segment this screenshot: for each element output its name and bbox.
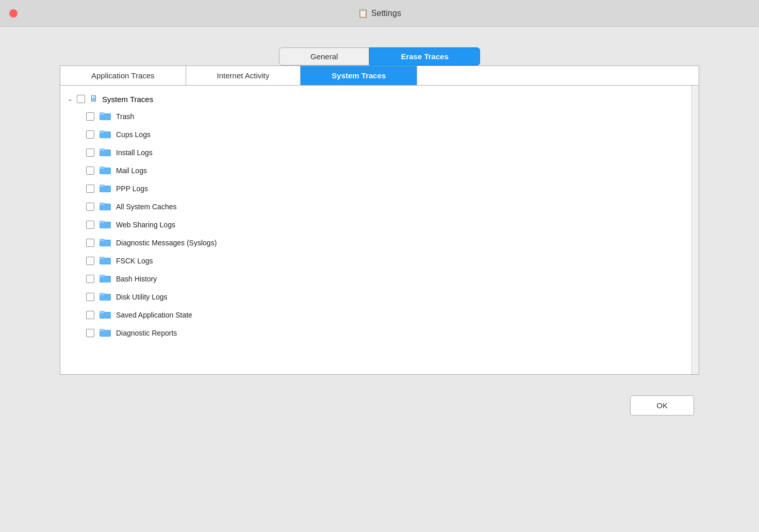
item-label: Web Sharing Logs — [116, 221, 175, 229]
folder-icon — [100, 219, 111, 230]
window-title: 📋 Settings — [358, 8, 401, 18]
svg-rect-44 — [100, 257, 104, 259]
item-checkbox-6[interactable] — [86, 221, 94, 229]
ok-button[interactable]: OK — [630, 395, 694, 415]
item-label: Cups Logs — [116, 130, 151, 139]
svg-rect-34 — [100, 221, 104, 223]
tree-item: All System Caches — [65, 197, 694, 215]
item-checkbox-8[interactable] — [86, 257, 94, 265]
folder-icon — [100, 309, 111, 320]
ok-button-container: OK — [60, 395, 699, 415]
svg-rect-64 — [100, 329, 104, 331]
folder-icon — [100, 129, 111, 140]
svg-rect-9 — [100, 130, 104, 133]
item-label: Diagnostic Messages (Syslogs) — [116, 239, 217, 247]
svg-rect-14 — [100, 148, 104, 151]
tab-erase-traces[interactable]: Erase Traces — [369, 47, 480, 65]
svg-rect-54 — [100, 293, 104, 295]
item-label: Diagnostic Reports — [116, 329, 177, 337]
item-checkbox-11[interactable] — [86, 311, 94, 319]
tree-items-container: Trash Cups Logs Install Logs Mail Logs P… — [65, 107, 694, 342]
chevron-icon: ⌄ — [68, 95, 73, 103]
item-checkbox-3[interactable] — [86, 167, 94, 175]
item-checkbox-12[interactable] — [86, 329, 94, 337]
tree-item: Disk Utility Logs — [65, 288, 694, 306]
tree-item: Install Logs — [65, 143, 694, 161]
tree-item: Web Sharing Logs — [65, 215, 694, 234]
tab-application-traces[interactable]: Application Traces — [60, 66, 186, 85]
tree-container: ⌄ 🖥 System Traces Trash Cups Logs I — [60, 86, 699, 374]
folder-icon — [100, 273, 111, 284]
item-label: Install Logs — [116, 148, 153, 157]
item-label: Mail Logs — [116, 167, 147, 175]
tree-item: Saved Application State — [65, 306, 694, 324]
sub-tabs: Application Traces Internet Activity Sys… — [60, 66, 699, 86]
tree-item: Bash History — [65, 270, 694, 288]
item-label: Trash — [116, 112, 134, 121]
item-label: Disk Utility Logs — [116, 293, 168, 301]
svg-rect-24 — [100, 185, 104, 187]
top-tabs: General Erase Traces — [279, 47, 480, 65]
svg-rect-59 — [100, 311, 104, 313]
folder-icon — [100, 291, 111, 302]
folder-icon — [100, 201, 111, 212]
item-checkbox-10[interactable] — [86, 293, 94, 301]
svg-rect-19 — [100, 167, 104, 169]
tree-item: Cups Logs — [65, 125, 694, 143]
tree-item: PPP Logs — [65, 179, 694, 197]
tree-header-label: System Traces — [102, 95, 153, 104]
tree-header: ⌄ 🖥 System Traces — [65, 91, 694, 107]
tree-item: Mail Logs — [65, 161, 694, 179]
item-label: Saved Application State — [116, 311, 192, 319]
item-checkbox-7[interactable] — [86, 239, 94, 247]
tab-internet-activity[interactable]: Internet Activity — [186, 66, 301, 85]
svg-rect-49 — [100, 275, 104, 277]
monitor-icon: 🖥 — [89, 94, 98, 104]
tree-item: FSCK Logs — [65, 252, 694, 270]
folder-icon — [100, 255, 111, 266]
item-checkbox-9[interactable] — [86, 275, 94, 283]
close-button[interactable] — [9, 9, 18, 18]
folder-icon — [100, 327, 111, 338]
item-label: All System Caches — [116, 203, 176, 211]
folder-icon — [100, 237, 111, 248]
tab-general[interactable]: General — [279, 47, 369, 65]
item-label: FSCK Logs — [116, 257, 153, 265]
item-checkbox-4[interactable] — [86, 185, 94, 193]
tree-item: Trash — [65, 107, 694, 125]
folder-icon — [100, 147, 111, 158]
svg-rect-29 — [100, 203, 104, 205]
folder-icon — [100, 111, 111, 122]
item-label: PPP Logs — [116, 185, 148, 193]
title-icon: 📋 — [358, 8, 368, 18]
item-checkbox-5[interactable] — [86, 203, 94, 211]
tree-item: Diagnostic Reports — [65, 324, 694, 342]
svg-rect-4 — [100, 112, 104, 115]
item-checkbox-1[interactable] — [86, 130, 94, 139]
header-checkbox[interactable] — [77, 95, 85, 103]
main-panel: Application Traces Internet Activity Sys… — [60, 65, 699, 375]
item-label: Bash History — [116, 275, 157, 283]
svg-rect-39 — [100, 239, 104, 241]
folder-icon — [100, 183, 111, 194]
item-checkbox-0[interactable] — [86, 112, 94, 121]
scrollbar[interactable] — [691, 86, 699, 374]
folder-icon — [100, 165, 111, 176]
tab-system-traces[interactable]: System Traces — [301, 66, 417, 85]
titlebar: 📋 Settings — [0, 0, 759, 27]
item-checkbox-2[interactable] — [86, 148, 94, 157]
tree-item: Diagnostic Messages (Syslogs) — [65, 234, 694, 252]
main-content: General Erase Traces Application Traces … — [0, 27, 759, 415]
